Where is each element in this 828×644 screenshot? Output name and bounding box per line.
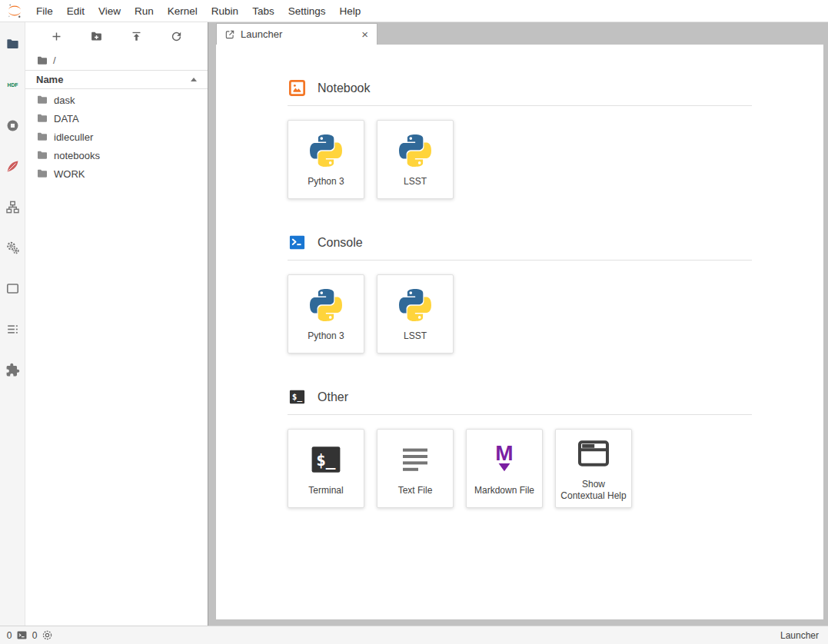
textfile-icon — [397, 441, 434, 478]
launcher-section-other: Other Terminal Text File Markdown File S… — [288, 387, 752, 508]
status-bar: 0 0 Launcher — [0, 626, 828, 644]
section-title: Console — [318, 236, 363, 250]
running-icon — [5, 118, 20, 133]
name-column-header[interactable]: Name — [25, 70, 208, 89]
section-title: Other — [318, 390, 348, 404]
folder-icon — [36, 94, 48, 106]
launcher-tab-icon — [224, 29, 235, 40]
help-icon — [575, 435, 612, 472]
folder-item-idleculler[interactable]: idleculler — [25, 128, 208, 146]
launcher: Notebook Python 3 LSST Console Python 3 … — [216, 45, 823, 619]
launcher-card-show-contextual-help[interactable]: Show Contextual Help — [555, 429, 632, 508]
tab-bar: Launcher × — [208, 22, 828, 45]
toc-icon — [5, 322, 20, 337]
card-label: Python 3 — [308, 176, 344, 188]
menu-view[interactable]: View — [91, 2, 128, 21]
card-icon — [5, 281, 20, 296]
dock-panel: Launcher × Notebook Python 3 LSST Consol… — [208, 22, 828, 626]
new-folder-button[interactable] — [87, 28, 105, 46]
launcher-card-lsst[interactable]: LSST — [377, 274, 454, 354]
sidebar-hdf5-viewer[interactable] — [0, 65, 25, 105]
tab-close-button[interactable]: × — [357, 27, 372, 41]
menu-edit[interactable]: Edit — [60, 2, 91, 21]
menubar: FileEditViewRunKernelRubinTabsSettingsHe… — [0, 0, 828, 22]
folder-name: DATA — [54, 113, 79, 124]
terminal-icon — [308, 441, 344, 478]
sidebar-running-sessions[interactable] — [0, 105, 25, 146]
menu-tabs[interactable]: Tabs — [245, 2, 281, 21]
folder-name: idleculler — [54, 131, 93, 143]
launcher-card-python-3[interactable]: Python 3 — [288, 120, 364, 199]
terminal-icon — [288, 387, 307, 407]
sidebar-extension-manager[interactable] — [0, 350, 25, 390]
sidebar-feather-panel[interactable] — [0, 146, 25, 187]
gears-icon — [5, 241, 20, 255]
new-launcher-button[interactable] — [47, 28, 65, 46]
menu-kernel[interactable]: Kernel — [161, 2, 205, 21]
notebook-icon — [288, 78, 307, 98]
launcher-sections: Notebook Python 3 LSST Console Python 3 … — [288, 78, 752, 508]
folder-icon — [36, 112, 48, 124]
menu-rubin[interactable]: Rubin — [205, 2, 245, 21]
launcher-card-terminal[interactable]: Terminal — [288, 429, 364, 508]
launcher-card-lsst[interactable]: LSST — [377, 120, 454, 199]
tab-label: Launcher — [241, 28, 352, 40]
tab-launcher[interactable]: Launcher × — [216, 23, 377, 45]
folder-icon — [5, 37, 20, 51]
file-list: dask DATA idleculler notebooks WORK — [25, 89, 208, 626]
launcher-card-python-3[interactable]: Python 3 — [288, 274, 364, 354]
card-label: Show Contextual Help — [559, 479, 628, 502]
folder-item-dask[interactable]: dask — [25, 91, 208, 109]
refresh-icon — [170, 30, 183, 43]
folder-item-work[interactable]: WORK — [25, 164, 208, 183]
terminals-count: 0 — [6, 630, 12, 641]
markdown-icon — [486, 441, 523, 478]
sidebar-gears-panel[interactable] — [0, 227, 25, 268]
sidebar-tab-manager[interactable] — [0, 268, 25, 309]
refresh-button[interactable] — [168, 28, 186, 46]
python-icon — [397, 287, 434, 324]
sidebar-table-of-contents[interactable] — [0, 309, 25, 350]
card-label: Terminal — [308, 485, 343, 496]
folder-name: WORK — [54, 168, 85, 180]
launcher-card-text-file[interactable]: Text File — [377, 429, 454, 508]
upload-button[interactable] — [128, 28, 146, 46]
section-title: Notebook — [318, 81, 371, 95]
breadcrumb[interactable]: / — [25, 51, 208, 70]
menu-run[interactable]: Run — [128, 2, 161, 21]
card-label: LSST — [404, 176, 427, 188]
upload-icon — [130, 30, 143, 43]
folder-name: dask — [54, 95, 75, 106]
folder-icon — [36, 149, 48, 161]
section-cards: Python 3 LSST — [288, 120, 752, 199]
folder-item-data[interactable]: DATA — [25, 109, 208, 128]
card-label: Text File — [398, 485, 433, 496]
section-header: Other — [288, 387, 752, 407]
new-folder-icon — [90, 30, 103, 43]
dock-body: Notebook Python 3 LSST Console Python 3 … — [208, 45, 828, 626]
launcher-section-notebook: Notebook Python 3 LSST — [288, 78, 752, 199]
menu-help[interactable]: Help — [332, 2, 367, 21]
sidebar-diagram-panel[interactable] — [0, 187, 25, 227]
section-divider — [288, 414, 752, 415]
section-header: Notebook — [288, 78, 752, 98]
kernel-status-icon — [42, 629, 53, 641]
folder-item-notebooks[interactable]: notebooks — [25, 146, 208, 164]
hdf-icon — [5, 78, 20, 92]
menu-settings[interactable]: Settings — [281, 2, 333, 21]
card-label: LSST — [404, 330, 427, 342]
file-browser-toolbar — [25, 22, 208, 51]
terminal-status-icon — [16, 629, 28, 641]
menu-file[interactable]: File — [29, 2, 60, 21]
sessions-status[interactable]: 0 0 — [6, 629, 53, 641]
console-icon — [288, 233, 307, 252]
card-label: Python 3 — [308, 330, 344, 342]
kernels-count: 0 — [32, 630, 38, 641]
card-label: Markdown File — [474, 485, 534, 496]
puzzle-icon — [5, 363, 20, 377]
launcher-card-markdown-file[interactable]: Markdown File — [466, 429, 543, 508]
plus-icon — [50, 30, 63, 43]
folder-icon — [36, 168, 48, 180]
sidebar-file-browser[interactable] — [0, 24, 25, 65]
name-header-label: Name — [36, 74, 63, 85]
